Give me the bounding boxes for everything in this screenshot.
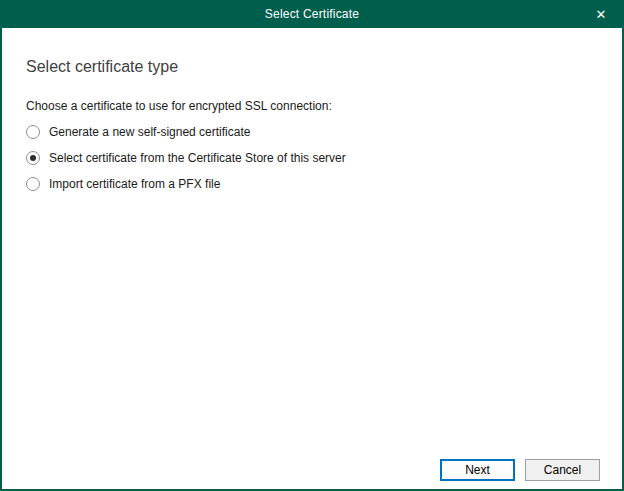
dialog-footer: Next Cancel bbox=[440, 459, 600, 481]
select-certificate-dialog: Select Certificate ✕ Select certificate … bbox=[0, 0, 624, 491]
radio-button-icon bbox=[26, 125, 40, 139]
cancel-button[interactable]: Cancel bbox=[525, 459, 600, 481]
radio-option-certificate-store[interactable]: Select certificate from the Certificate … bbox=[2, 145, 622, 171]
close-button[interactable]: ✕ bbox=[578, 0, 624, 28]
certificate-type-options: Generate a new self-signed certificate S… bbox=[2, 119, 622, 197]
radio-option-label: Import certificate from a PFX file bbox=[49, 177, 220, 191]
description-text: Choose a certificate to use for encrypte… bbox=[26, 99, 598, 114]
radio-option-pfx-import[interactable]: Import certificate from a PFX file bbox=[2, 171, 622, 197]
next-button[interactable]: Next bbox=[440, 459, 515, 481]
title-bar: Select Certificate ✕ bbox=[0, 0, 624, 28]
radio-option-label: Select certificate from the Certificate … bbox=[49, 151, 346, 165]
close-icon: ✕ bbox=[596, 7, 607, 22]
radio-option-label: Generate a new self-signed certificate bbox=[49, 125, 250, 139]
window-title: Select Certificate bbox=[265, 7, 359, 21]
radio-button-icon bbox=[26, 177, 40, 191]
radio-option-self-signed[interactable]: Generate a new self-signed certificate bbox=[2, 119, 622, 145]
radio-button-icon bbox=[26, 151, 40, 165]
page-title: Select certificate type bbox=[26, 57, 598, 77]
dialog-content: Select certificate type Choose a certifi… bbox=[2, 28, 622, 489]
